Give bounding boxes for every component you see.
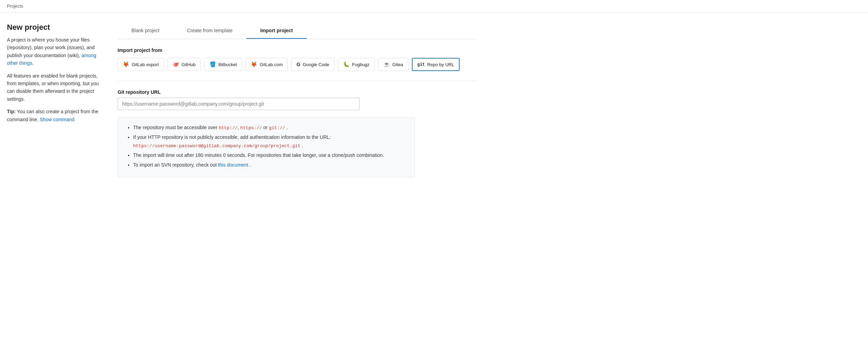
gitlabcom-icon: 🦊	[251, 61, 257, 68]
sidebar-description1: A project is where you house your files …	[7, 36, 104, 67]
tab-template[interactable]: Create from template	[173, 23, 247, 39]
info-item-2: If your HTTP repository is not publicly …	[133, 133, 406, 150]
source-gitlabcom[interactable]: 🦊 GitLab.com	[246, 58, 288, 71]
google-code-icon: G	[296, 62, 300, 67]
sidebar-tip: Tip: You can also create a project from …	[7, 108, 104, 123]
code-auth-url: https://username:password@gitlab.company…	[133, 143, 301, 149]
sidebar: New project A project is where you house…	[7, 23, 104, 186]
git-url-label: Git repository URL	[118, 89, 477, 95]
code-git: git://	[269, 125, 285, 131]
tab-blank[interactable]: Blank project	[118, 23, 173, 39]
source-github[interactable]: 🐙 GitHub	[167, 58, 201, 71]
main-content: Blank project Create from template Impor…	[118, 23, 477, 186]
code-http: http://	[219, 125, 238, 131]
import-sources-list: 🦊 GitLab export 🐙 GitHub 🪣 Bitbucket 🦊 G…	[118, 58, 477, 71]
info-list: The repository must be accessible over h…	[126, 124, 406, 169]
import-tab-content: Import project from 🦊 GitLab export 🐙 Gi…	[118, 39, 477, 186]
git-url-input[interactable]	[118, 98, 360, 110]
source-gitea[interactable]: ☕ Gitea	[378, 58, 408, 71]
source-repo-url[interactable]: git Repo by URL	[412, 58, 460, 71]
code-https: https://	[240, 125, 262, 131]
repo-url-icon: git	[417, 62, 425, 67]
show-command-link[interactable]: Show command	[40, 117, 74, 122]
bitbucket-icon: 🪣	[210, 61, 216, 68]
fogbugz-icon: 🐛	[343, 61, 350, 68]
source-google-code[interactable]: G Google Code	[291, 58, 334, 71]
source-bitbucket[interactable]: 🪣 Bitbucket	[204, 58, 242, 71]
info-item-4: To import an SVN repository, check out t…	[133, 161, 406, 169]
this-document-link[interactable]: this document	[218, 162, 248, 168]
info-item-1: The repository must be accessible over h…	[133, 124, 406, 132]
gitlab-export-icon: 🦊	[123, 61, 129, 68]
tab-bar: Blank project Create from template Impor…	[118, 23, 477, 39]
breadcrumb: Projects	[0, 0, 868, 12]
source-fogbugz[interactable]: 🐛 Fogbugz	[338, 58, 375, 71]
info-item-3: The import will time out after 180 minut…	[133, 151, 406, 160]
source-gitlab-export[interactable]: 🦊 GitLab export	[118, 58, 164, 71]
page-title: New project	[7, 23, 104, 32]
breadcrumb-text: Projects	[7, 3, 23, 9]
github-icon: 🐙	[173, 61, 179, 68]
gitea-icon: ☕	[384, 61, 390, 68]
import-section-title: Import project from	[118, 47, 477, 53]
sidebar-description2: All features are enabled for blank proje…	[7, 72, 104, 103]
section-divider	[118, 81, 477, 81]
tab-import[interactable]: Import project	[246, 23, 306, 39]
info-box: The repository must be accessible over h…	[118, 117, 415, 177]
